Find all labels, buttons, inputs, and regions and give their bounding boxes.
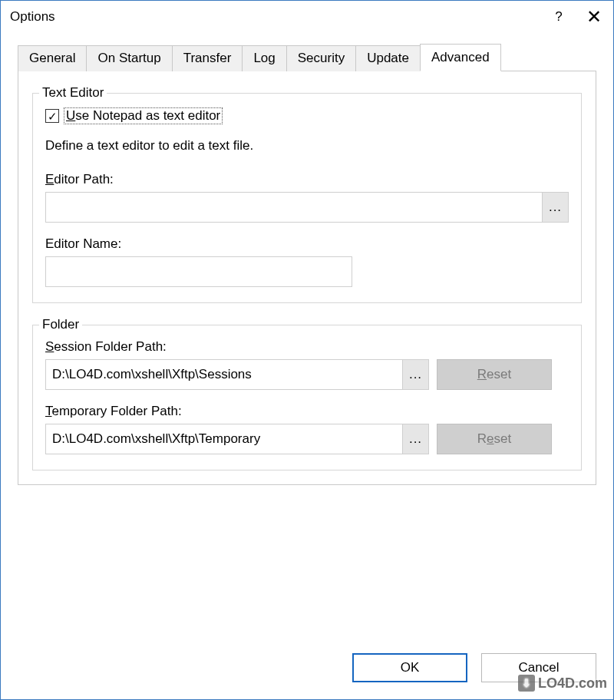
editor-name-input[interactable]	[45, 256, 352, 287]
text-editor-description: Define a text editor to edit a text file…	[45, 138, 569, 154]
tabstrip: General On Startup Transfer Log Security…	[18, 44, 596, 71]
session-folder-label: Session Folder Path:	[45, 339, 569, 355]
tab-advanced[interactable]: Advanced	[420, 44, 501, 71]
options-dialog: Options ? ✕ General On Startup Transfer …	[0, 0, 614, 700]
tab-update[interactable]: Update	[355, 45, 421, 71]
temp-folder-input[interactable]	[46, 424, 402, 454]
editor-path-label: Editor Path:	[45, 172, 569, 187]
dialog-footer: OK Cancel	[1, 653, 613, 699]
use-notepad-label[interactable]: Use Notepad as text editor	[64, 107, 223, 124]
group-title-folder: Folder	[39, 317, 82, 332]
tab-log[interactable]: Log	[242, 45, 286, 71]
session-folder-reset-button[interactable]: Reset	[437, 359, 552, 390]
editor-path-input[interactable]	[46, 193, 542, 222]
use-notepad-checkbox[interactable]: ✓	[45, 109, 59, 123]
temp-folder-label: Temporary Folder Path:	[45, 404, 569, 419]
temp-folder-browse-button[interactable]: ...	[402, 424, 428, 454]
cancel-button[interactable]: Cancel	[481, 653, 596, 682]
editor-name-label: Editor Name:	[45, 236, 569, 252]
editor-path-browse-button[interactable]: ...	[542, 193, 568, 222]
session-folder-input[interactable]	[46, 360, 402, 389]
window-title: Options	[10, 9, 541, 25]
tab-security[interactable]: Security	[286, 45, 356, 71]
group-text-editor: Text Editor ✓ Use Notepad as text editor…	[32, 93, 582, 303]
tab-panel-advanced: Text Editor ✓ Use Notepad as text editor…	[18, 71, 596, 485]
client-area: General On Startup Transfer Log Security…	[1, 33, 613, 699]
tab-on-startup[interactable]: On Startup	[86, 45, 172, 71]
editor-path-input-wrap: ...	[45, 192, 569, 223]
ok-button[interactable]: OK	[352, 653, 467, 682]
group-folder: Folder Session Folder Path: ... Reset Te…	[32, 325, 582, 471]
temp-folder-input-wrap: ...	[45, 424, 429, 454]
session-folder-browse-button[interactable]: ...	[402, 360, 428, 389]
close-button[interactable]: ✕	[576, 2, 612, 32]
session-folder-input-wrap: ...	[45, 359, 429, 390]
group-title-text-editor: Text Editor	[39, 85, 107, 101]
titlebar: Options ? ✕	[1, 1, 613, 33]
tab-general[interactable]: General	[18, 45, 87, 71]
tab-transfer[interactable]: Transfer	[172, 45, 243, 71]
temp-folder-reset-button[interactable]: Reset	[437, 424, 552, 454]
help-button[interactable]: ?	[541, 2, 576, 32]
